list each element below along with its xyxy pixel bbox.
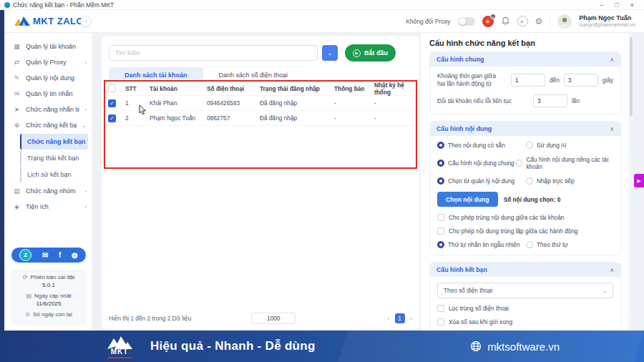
start-button[interactable]: ▶ Bắt đầu — [345, 44, 396, 62]
sidebar-item-chuc-nang-ket-ban[interactable]: ⊕ Chức năng kết bạn ⌄ — [4, 117, 92, 133]
radio-theo-noi-dung-co-san[interactable]: Theo nội dung có sẵn — [437, 142, 526, 149]
radio-off-icon — [526, 142, 533, 149]
radio-su-dung-ai[interactable]: Sử dụng AI — [526, 142, 567, 149]
messenger-icon[interactable]: ✉ — [42, 251, 48, 259]
page-number-button[interactable]: 1 — [395, 313, 405, 323]
user-email: tuanpr@phanmemmkt.vn — [579, 22, 635, 28]
radio-off-icon — [515, 160, 522, 167]
scrollbar-thumb[interactable] — [630, 37, 633, 116]
table-row[interactable]: ✓ 2 Phạm Ngọc Tuấn 0862757 Đã đăng nhập … — [105, 111, 416, 126]
checkbox-loc-trung-so[interactable]: Lọc trùng số điện thoại — [437, 305, 613, 312]
section-header[interactable]: Cấu hình nội dung ∧ — [430, 122, 620, 136]
version-info-card: ⟳ Phiên bản cài đặt 5.0.1 ▤ Ngày cập nhậ… — [10, 269, 87, 325]
chevron-right-icon: › — [84, 107, 87, 113]
chevron-down-icon: ⌄ — [82, 122, 87, 129]
social-links-bar: Z ✉ f ◍ — [11, 248, 86, 263]
close-button[interactable]: × — [630, 1, 634, 9]
main-content: ⌄ ▶ Bắt đầu Danh sách tài khoản Danh sác… — [93, 33, 421, 331]
radio-thu-tu-ngau-nhien[interactable]: Thứ tự nhắn tin ngẫu nhiên — [437, 241, 526, 248]
utility-icon: ◈ — [13, 203, 21, 210]
chevron-right-icon: › — [84, 188, 87, 195]
checkbox-noi-dung-trung-lap-hanh-dong[interactable]: Cho phép nội dung trùng lặp giữa các hàn… — [437, 228, 613, 235]
days-remaining: ⊙ Số ngày còn lại — [13, 311, 84, 318]
send-message-icon: ➤ — [13, 106, 21, 113]
window-title: Chức năng kết bạn - Phần Mềm MKT — [13, 1, 114, 9]
chevron-up-icon: ∧ — [610, 126, 614, 132]
sidebar-item-quan-ly-noi-dung[interactable]: ✎ Quản lý nội dung — [4, 70, 92, 86]
sidebar-item-quan-ly-tin-nhan[interactable]: ✉ Quản lý tin nhắn — [4, 86, 92, 102]
search-filter-dropdown-button[interactable]: ⌄ — [322, 45, 338, 61]
radio-theo-thu-tu[interactable]: Theo thứ tự — [526, 241, 568, 248]
panel-scrollbar[interactable] — [629, 33, 633, 331]
sidebar-subitem-lich-su-ket-ban[interactable]: Lịch sử kết bạn — [20, 167, 88, 182]
checkbox-off-icon — [437, 318, 444, 326]
mkt-footer-logo: MKT — [104, 334, 135, 358]
row-checkbox[interactable]: ✓ — [108, 99, 116, 107]
sidebar-item-quan-ly-tai-khoan[interactable]: ▦ Quản lý tài khoản — [4, 39, 92, 54]
chevron-left-icon: ‹ — [85, 18, 87, 25]
friend-mode-select[interactable]: Theo số điện thoại ⌄ — [437, 283, 613, 298]
page-size-input[interactable] — [251, 313, 296, 324]
highlighted-table-region: STT Tài khoản Số điện thoại Trạng thái đ… — [104, 80, 417, 169]
proxy-toggle[interactable] — [458, 17, 475, 26]
checkbox-off-icon — [437, 214, 444, 221]
prev-page-button[interactable]: ‹ — [387, 315, 389, 323]
radio-on-icon — [437, 177, 444, 185]
row-checkbox[interactable]: ✓ — [108, 114, 116, 122]
sidebar-item-chuc-nang-nhom[interactable]: ▤ Chức năng nhóm › — [4, 183, 92, 199]
radio-cau-hinh-noi-dung-chung[interactable]: Cấu hình nội dung chung — [437, 160, 515, 167]
radio-nhap-truc-tiep[interactable]: Nhập trực tiếp — [526, 177, 575, 185]
error-count-input[interactable] — [533, 94, 567, 107]
user-meta[interactable]: Phạm Ngọc Tuấn tuanpr@phanmemmkt.vn — [579, 14, 635, 27]
update-date: ▤ Ngày cập nhật 11/6/2025 — [13, 293, 84, 307]
notifications-bell-icon[interactable] — [501, 16, 510, 26]
floating-play-button[interactable]: ▶ — [634, 174, 644, 187]
radio-cau-hinh-noi-dung-rieng[interactable]: Cấu hình nội dung riêng các tài khoản — [515, 156, 613, 170]
mouse-cursor — [139, 104, 147, 116]
interval-to-input[interactable] — [564, 74, 598, 87]
pagination: ‹ 1 › — [387, 313, 412, 323]
maximize-button[interactable]: □ — [615, 1, 618, 9]
checkbox-xoa-so-sau-gui[interactable]: Xóa số sau khi gửi xong — [437, 318, 613, 326]
section-header[interactable]: Cấu hình chung ∧ — [430, 52, 620, 67]
header: MKT ZALO ‹ Không đổi Proxy ★ × ▶ ⚙ — [4, 10, 644, 33]
language-flag-icon[interactable]: ★ × — [482, 16, 494, 27]
minimize-button[interactable]: − — [600, 1, 603, 9]
table-row[interactable]: ✓ 1 Khải Phan 0946426583 Đã đăng nhập - … — [105, 96, 416, 111]
search-input[interactable] — [109, 45, 318, 61]
logo-text: MKT ZALO — [33, 16, 84, 26]
video-tutorial-icon[interactable]: ▶ — [517, 16, 528, 26]
checkbox-off-icon — [437, 228, 444, 235]
next-page-button[interactable]: › — [410, 315, 412, 323]
sidebar-item-tien-ich[interactable]: ◈ Tiện ích › — [4, 199, 92, 215]
chosen-content-count: Số nội dung chọn: 0 — [504, 196, 561, 203]
checkbox-off-icon — [437, 305, 444, 312]
sidebar-item-quan-ly-proxy[interactable]: ⇄ Quản lý Proxy › — [4, 54, 92, 70]
choose-content-button[interactable]: Chọn nội dung — [437, 192, 498, 207]
window-edge-strip — [0, 10, 4, 362]
content-pencil-icon: ✎ — [13, 74, 21, 82]
select-all-checkbox[interactable] — [108, 84, 116, 92]
zalo-icon[interactable]: Z — [19, 249, 31, 261]
chevron-right-icon: › — [84, 204, 87, 210]
interval-from-input[interactable] — [511, 74, 545, 87]
sidebar-subitem-chuc-nang-ket-ban[interactable]: Chức năng kết bạn — [20, 134, 88, 150]
bottom-brand-bar: MKT Hiệu quả - Nhanh - Dễ dùng mktsoftwa… — [0, 331, 644, 362]
results-summary: Hiển thị 1 đến 2 trong 2 Dữ liệu — [109, 315, 191, 322]
sidebar-item-chuc-nang-nhan-tin[interactable]: ➤ Chức năng nhắn tin › — [4, 102, 92, 117]
radio-off-icon — [526, 241, 533, 248]
config-panel: Cấu hình chức năng kết bạn Cấu hình chun… — [421, 33, 633, 331]
mkt-logo-tagline-bar — [107, 357, 132, 358]
facebook-icon[interactable]: f — [59, 251, 61, 259]
user-avatar[interactable] — [557, 14, 572, 29]
settings-gear-icon[interactable]: ⚙ — [535, 16, 543, 26]
radio-on-icon — [437, 142, 444, 149]
section-cau-hinh-noi-dung: Cấu hình nội dung ∧ Theo nội dung có sẵn… — [429, 121, 621, 255]
radio-chon-tu-quan-ly-noi-dung[interactable]: Chọn từ quản lý nội dung — [437, 177, 526, 185]
checkbox-trung-noi-dung-tai-khoan[interactable]: Cho phép trùng nội dung giữa các tài kho… — [437, 214, 613, 221]
accounts-grid-icon: ▦ — [13, 43, 21, 50]
section-header[interactable]: Cấu hình kết bạn ∧ — [430, 263, 620, 277]
website-globe-icon[interactable]: ◍ — [72, 251, 78, 259]
sidebar-subitem-trang-thai-ket-ban[interactable]: Trạng thái kết bạn — [20, 150, 88, 166]
sidebar-collapse-button[interactable]: ‹ — [80, 16, 92, 27]
